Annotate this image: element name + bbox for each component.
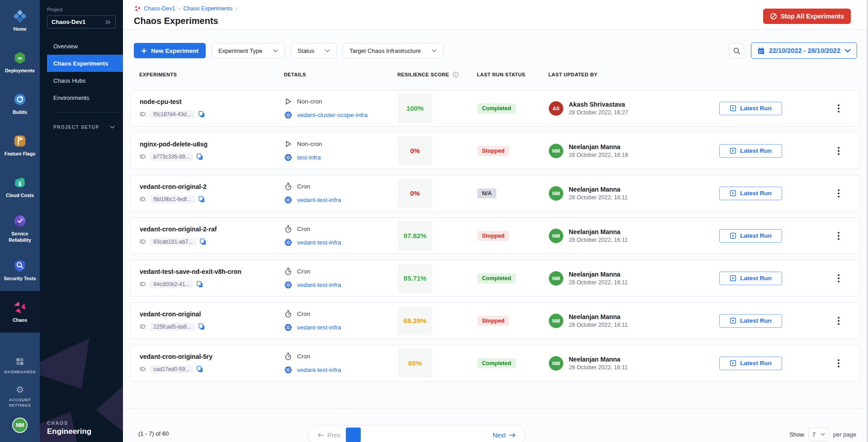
experiment-name[interactable]: vedant-cron-original-2-raf bbox=[140, 226, 277, 233]
info-icon[interactable] bbox=[453, 71, 459, 78]
sidebar-item-label: Environments bbox=[53, 94, 89, 101]
dashboards-label: DASHBOARDS bbox=[4, 369, 36, 375]
copy-icon[interactable] bbox=[198, 111, 205, 118]
column-details: DETAILS bbox=[284, 72, 397, 77]
module-item-chaos[interactable]: Chaos bbox=[0, 291, 40, 333]
resilience-score-value: 68.29% bbox=[404, 317, 427, 324]
page-number-button[interactable] bbox=[377, 428, 392, 442]
module-item-deployments[interactable]: ∞ Deployments bbox=[0, 42, 40, 83]
page-number-button[interactable] bbox=[409, 428, 424, 442]
latest-run-button[interactable]: Latest Run bbox=[719, 357, 782, 370]
sidebar-item-chaos-experiments[interactable]: Chaos Experiments bbox=[47, 55, 123, 72]
experiment-name[interactable]: nginx-pod-delete-u8sg bbox=[140, 141, 277, 148]
row-menu-kebab[interactable] bbox=[822, 232, 840, 240]
experiment-name[interactable]: node-cpu-test bbox=[140, 98, 277, 105]
date-range-picker[interactable]: 22/10/2022 - 28/10/2022 bbox=[751, 42, 857, 59]
row-menu-kebab[interactable] bbox=[822, 147, 840, 155]
page-number-button[interactable] bbox=[441, 428, 456, 442]
module-item-cloud-costs[interactable]: $ Cloud Costs bbox=[0, 166, 40, 208]
module-item-security-tests[interactable]: Security Tests bbox=[0, 249, 40, 291]
page-header: Chaos-Dev1 › Chaos Experiments › Chaos E… bbox=[123, 0, 868, 30]
page-number-button[interactable] bbox=[472, 428, 487, 442]
module-item-builds[interactable]: Builds bbox=[0, 83, 40, 125]
user-avatar: NM bbox=[549, 229, 563, 243]
infra-link[interactable]: vedant-test-infra bbox=[297, 239, 341, 246]
breadcrumb-separator: › bbox=[236, 5, 238, 12]
project-setup-section[interactable]: PROJECT SETUP bbox=[40, 125, 123, 130]
sidebar-item-environments[interactable]: Environments bbox=[40, 89, 123, 106]
sidebar-item-chaos-hubs[interactable]: Chaos Hubs bbox=[40, 72, 123, 89]
infra-link[interactable]: vedant-test-infra bbox=[297, 197, 341, 203]
sidebar-item-account-settings[interactable]: ⚙ ACCOUNT SETTINGS bbox=[0, 380, 40, 413]
latest-run-button[interactable]: Latest Run bbox=[719, 187, 782, 200]
experiment-name[interactable]: vedant-cron-original bbox=[140, 310, 277, 318]
row-menu-kebab[interactable] bbox=[822, 274, 840, 282]
copy-icon[interactable] bbox=[199, 238, 207, 245]
chevron-down-icon bbox=[110, 126, 115, 129]
pagination-summary: (1 - 7) of 60 bbox=[138, 430, 169, 437]
copy-icon[interactable] bbox=[196, 366, 203, 373]
stop-all-experiments-button[interactable]: Stop All Experiments bbox=[763, 9, 851, 24]
page-number-button[interactable] bbox=[362, 428, 377, 442]
next-page-button[interactable]: Next bbox=[488, 432, 520, 439]
account-settings-label: ACCOUNT SETTINGS bbox=[2, 397, 38, 408]
breadcrumb-link[interactable]: Chaos-Dev1 bbox=[144, 5, 175, 12]
latest-run-button[interactable]: Latest Run bbox=[719, 314, 782, 328]
page-number-button[interactable] bbox=[457, 428, 472, 442]
experiment-name[interactable]: vedant-test-save-nd-exit-v8h-cron bbox=[140, 268, 277, 275]
project-select[interactable]: Chaos-Dev1 bbox=[47, 15, 116, 28]
latest-run-button[interactable]: Latest Run bbox=[719, 144, 782, 158]
page-title: Chaos Experiments bbox=[134, 16, 857, 26]
copy-icon[interactable] bbox=[196, 281, 203, 288]
gear-icon: ⚙ bbox=[15, 385, 25, 395]
page-number-button[interactable] bbox=[425, 428, 440, 442]
latest-run-button[interactable]: Latest Run bbox=[719, 102, 782, 115]
project-label: Project bbox=[47, 7, 116, 12]
infra-link[interactable]: vedant-test-infra bbox=[297, 282, 341, 288]
show-label: Show bbox=[789, 431, 804, 438]
row-menu-kebab[interactable] bbox=[822, 317, 840, 325]
new-experiment-button[interactable]: New Experiment bbox=[134, 43, 206, 58]
experiment-id: 94cd00b2-41... bbox=[150, 280, 193, 288]
resilience-score-value: 100% bbox=[406, 104, 424, 112]
infra-link[interactable]: vedant-cluster-scope-infra bbox=[297, 112, 368, 118]
module-item-feature-flags[interactable]: Feature Flags bbox=[0, 125, 40, 166]
copy-icon[interactable] bbox=[198, 196, 205, 203]
search-button[interactable] bbox=[729, 43, 744, 58]
experiment-name[interactable]: vedant-cron-original-2 bbox=[140, 183, 277, 190]
filter-dropdown-target-chaos-infrastructure[interactable]: Target Chaos Infrastructure bbox=[343, 43, 443, 58]
page-number-button[interactable] bbox=[346, 428, 361, 442]
kubernetes-icon bbox=[284, 111, 292, 119]
row-menu-kebab[interactable] bbox=[822, 359, 840, 367]
sidebar-item-dashboards[interactable]: DASHBOARDS bbox=[2, 352, 38, 380]
experiment-name[interactable]: vedant-cron-original-5ry bbox=[140, 353, 277, 360]
updated-at: 28 October 2022, 16:11 bbox=[569, 364, 627, 371]
row-menu-kebab[interactable] bbox=[822, 189, 840, 197]
breadcrumb-separator: › bbox=[178, 5, 180, 12]
latest-run-button[interactable]: Latest Run bbox=[719, 229, 782, 243]
resilience-score-box: 85.71% bbox=[398, 264, 432, 293]
copy-icon[interactable] bbox=[196, 153, 203, 160]
latest-run-icon bbox=[730, 147, 736, 154]
user-avatar[interactable]: NM bbox=[12, 418, 28, 433]
brand-block: CHAOS Engineering bbox=[47, 421, 91, 436]
play-outline-icon bbox=[284, 98, 292, 105]
infra-link[interactable]: vedant-test-infra bbox=[297, 324, 341, 331]
module-item-home[interactable]: Home bbox=[0, 0, 40, 42]
row-menu-kebab[interactable] bbox=[822, 104, 840, 113]
module-item-service-reliability[interactable]: Service Reliability bbox=[0, 208, 40, 249]
filter-dropdown-experiment-type[interactable]: Experiment Type bbox=[212, 43, 285, 58]
latest-run-icon bbox=[730, 190, 736, 197]
latest-run-button[interactable]: Latest Run bbox=[719, 272, 782, 285]
table-header: EXPERIMENTS DETAILS RESILIENCE SCORE LAS… bbox=[130, 71, 860, 78]
page-size-select[interactable]: 7 bbox=[808, 428, 829, 441]
infra-link[interactable]: test-infra bbox=[297, 154, 321, 161]
copy-icon[interactable] bbox=[198, 323, 205, 330]
experiment-row: vedant-cron-original-2-raf ID: 83cab181-… bbox=[130, 217, 860, 254]
sidebar-item-overview[interactable]: Overview bbox=[40, 38, 123, 55]
page-number-button[interactable] bbox=[393, 428, 408, 442]
filter-dropdown-status[interactable]: Status bbox=[291, 43, 337, 58]
breadcrumb-link[interactable]: Chaos Experiments bbox=[183, 5, 232, 12]
prev-page-button[interactable]: Prev bbox=[313, 432, 345, 439]
infra-link[interactable]: vedant-test-infra bbox=[297, 367, 341, 373]
